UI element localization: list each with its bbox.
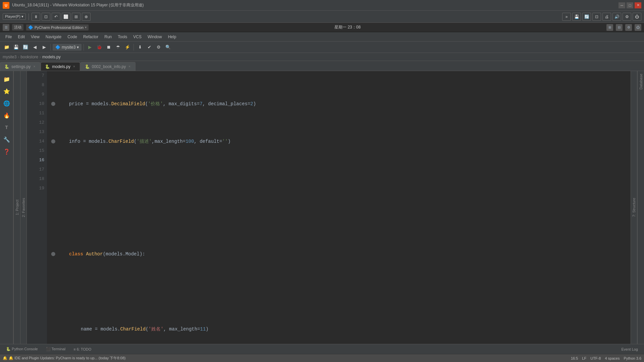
migration-close[interactable]: × [128, 64, 131, 69]
player-menu-button[interactable]: Player(P) ▾ [3, 13, 26, 20]
menu-vcs[interactable]: VCS [130, 34, 144, 40]
project-panel-label[interactable]: 1: Project [13, 71, 20, 344]
menu-navigate[interactable]: Navigate [43, 34, 64, 40]
ide-container: File Edit View Navigate Code Refactor Ru… [0, 32, 644, 362]
breadcrumb-mysite3[interactable]: mysite3 [3, 55, 16, 59]
sidebar-icon-fire[interactable]: 🔥 [1, 110, 12, 121]
close-button[interactable]: ✕ [635, 2, 641, 8]
vm-right-2[interactable]: 💾 [572, 13, 581, 21]
vm-right-3[interactable]: 🔄 [582, 13, 591, 21]
terminal-label: Terminal [52, 347, 66, 351]
line-num-16: 16 [30, 156, 44, 165]
settings-button[interactable]: ⚙ [155, 43, 163, 51]
todo-tab[interactable]: ≡ 6: TODO [70, 346, 95, 353]
project-selector[interactable]: 🔷 mysite3 ▾ [53, 44, 82, 51]
open-folder-button[interactable]: 📁 [3, 43, 11, 51]
ubuntu-menu-icon[interactable]: ☰ [3, 24, 9, 31]
window-controls[interactable]: ─ □ ✕ [619, 2, 641, 8]
todo-icon: ≡ [73, 347, 75, 351]
vm-right-6[interactable]: 🔊 [612, 13, 621, 21]
models-py-label: models.py [52, 64, 70, 69]
debug-button[interactable]: 🐞 [95, 43, 103, 51]
vm-right-8[interactable]: ⏻ [633, 13, 641, 21]
profile-button[interactable]: ⚡ [123, 43, 131, 51]
forward-button[interactable]: ▶ [40, 43, 48, 51]
editor-main[interactable]: 7 8 9 10 11 12 13 14 15 16 17 18 19 [27, 71, 631, 344]
taskbar-power-icon[interactable]: ⏻ [635, 24, 641, 31]
sidebar-icon-globe[interactable]: 🌐 [1, 98, 12, 109]
database-label[interactable]: Database [639, 71, 643, 92]
vm-control-5[interactable]: ⊗ [82, 13, 91, 21]
tab-migration-py[interactable]: 🐍 0002_book_info.py × [80, 62, 136, 71]
coverage-button[interactable]: ☂ [114, 43, 122, 51]
menu-tools[interactable]: Tools [115, 34, 130, 40]
tab-settings-py[interactable]: 🐍 settings.py × [0, 62, 40, 71]
sidebar-icon-text[interactable]: T [1, 122, 12, 133]
taskbar-minimize-icon[interactable]: ⊟ [616, 24, 623, 31]
editor-layout: 📁 ⭐ 🌐 🔥 T 🔧 ❓ 1: Project 2: Favorites 7 … [0, 71, 644, 344]
sidebar-icon-wrench[interactable]: 🔧 [1, 134, 12, 145]
code-editor[interactable]: 7 8 9 10 11 12 13 14 15 16 17 18 19 [27, 71, 631, 344]
ubuntu-taskbar: ☰ 活动 🔷 PyCharm Professional Edition ▾ 星期… [0, 23, 644, 32]
line-num-11: 11 [30, 109, 44, 118]
vcs-update-button[interactable]: ⬇ [136, 43, 144, 51]
python-version[interactable]: Python 3.6 [624, 356, 641, 360]
taskbar-left: ☰ 活动 🔷 PyCharm Professional Edition ▾ [3, 24, 89, 31]
vm-right-5[interactable]: 🖨 [602, 13, 611, 21]
sync-button[interactable]: 🔄 [21, 43, 30, 51]
menu-window[interactable]: Window [145, 34, 165, 40]
structure-panel-label[interactable]: 7: Structure [631, 71, 637, 344]
save-button[interactable]: 💾 [12, 43, 20, 51]
breadcrumb-sep-2: › [40, 55, 41, 59]
taskbar-grid-icon[interactable]: ⊞ [606, 24, 613, 31]
vm-right-7[interactable]: ⚙ [623, 13, 631, 21]
back-button[interactable]: ◀ [31, 43, 39, 51]
line-num-7: 7 [30, 71, 44, 80]
menu-refactor[interactable]: Refactor [80, 34, 101, 40]
event-log-tab[interactable]: Event Log [618, 346, 641, 353]
indentation[interactable]: 4 spaces [605, 356, 620, 360]
taskbar-settings-icon[interactable]: ⚙ [625, 24, 632, 31]
menu-run[interactable]: Run [102, 34, 114, 40]
pycharm-taskbar-app[interactable]: 🔷 PyCharm Professional Edition ▾ [26, 24, 89, 31]
sidebar-icon-star[interactable]: ⭐ [1, 86, 12, 97]
code-line-9 [50, 174, 631, 184]
commit-button[interactable]: ✔ [145, 43, 153, 51]
vm-control-2[interactable]: ↶ [52, 13, 60, 21]
stop-button[interactable]: ⏹ [105, 43, 113, 51]
breadcrumb-models[interactable]: models.py [42, 55, 61, 59]
encoding[interactable]: UTF-8 [590, 356, 601, 360]
code-content[interactable]: ⬤ price = models.DecimalField('价格', max_… [47, 71, 631, 344]
breadcrumb-bookstore[interactable]: bookstore [20, 55, 38, 59]
search-everywhere-button[interactable]: 🔍 [164, 43, 172, 51]
tab-models-py[interactable]: 🐍 models.py × [41, 62, 80, 71]
menu-view[interactable]: View [28, 34, 42, 40]
menu-code[interactable]: Code [65, 34, 80, 40]
line-endings[interactable]: LF [582, 356, 586, 360]
sidebar-icon-help[interactable]: ❓ [1, 146, 12, 157]
cursor-position[interactable]: 16:5 [571, 356, 578, 360]
line-num-10: 10 [30, 99, 44, 109]
models-py-close[interactable]: × [72, 64, 76, 69]
menu-file[interactable]: File [3, 34, 14, 40]
run-button[interactable]: ▶ [86, 43, 94, 51]
minimize-button[interactable]: ─ [619, 2, 625, 8]
ide-menubar: File Edit View Navigate Code Refactor Ru… [0, 32, 644, 42]
vm-control-3[interactable]: ⬜ [62, 13, 70, 21]
menu-edit[interactable]: Edit [15, 34, 28, 40]
line-num-14: 14 [30, 137, 44, 146]
favorites-panel-label[interactable]: 2: Favorites [20, 71, 27, 344]
sidebar-icon-folder[interactable]: 📁 [1, 74, 12, 84]
maximize-button[interactable]: □ [627, 2, 633, 8]
settings-py-close[interactable]: × [33, 64, 36, 69]
activities-button[interactable]: 活动 [12, 24, 23, 31]
vm-control-4[interactable]: ⊞ [72, 13, 80, 21]
pause-button[interactable]: ⏸ [32, 13, 40, 21]
event-log-label: Event Log [621, 347, 638, 351]
menu-help[interactable]: Help [165, 34, 179, 40]
terminal-tab[interactable]: ⬛ Terminal [43, 346, 69, 353]
vm-right-4[interactable]: ⊡ [592, 13, 601, 21]
vm-right-1[interactable]: » [562, 13, 571, 21]
vm-control-1[interactable]: ⊡ [42, 13, 50, 21]
python-console-tab[interactable]: 🐍 Python Console [3, 346, 41, 353]
